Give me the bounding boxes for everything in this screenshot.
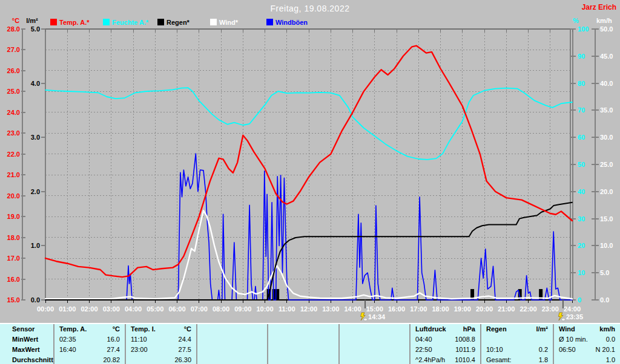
svg-text:24:00: 24:00	[564, 305, 581, 313]
svg-text:18:00: 18:00	[432, 305, 449, 313]
cell-value: 1.8	[512, 355, 548, 364]
cell-value	[345, 345, 404, 355]
svg-text:45.0: 45.0	[600, 53, 613, 60]
table-row-label: Durchschnitt	[12, 355, 53, 364]
weather-app-window: { "window": { "title": "Freitag, 19.08.2…	[0, 0, 620, 364]
cell-value	[486, 334, 548, 345]
svg-text:%: %	[573, 17, 579, 24]
svg-text:50: 50	[578, 161, 585, 168]
svg-text:07:00: 07:00	[191, 305, 208, 313]
svg-text:19.0: 19.0	[7, 213, 20, 220]
cell-value	[273, 345, 334, 355]
svg-text:2.0: 2.0	[31, 188, 40, 195]
sensor-name: Luftdruck	[415, 324, 446, 334]
sensor-unit	[345, 324, 404, 334]
table-row-label: MinWert	[12, 334, 38, 345]
sensor-name: Wind	[559, 324, 575, 334]
cell-value: 16.0	[76, 334, 120, 345]
cloud-dot-icon	[364, 318, 368, 320]
svg-text:40.0: 40.0	[600, 80, 613, 87]
svg-text:25.0: 25.0	[600, 161, 613, 168]
cell-value: 0.0	[588, 334, 615, 345]
svg-text:20.0: 20.0	[600, 188, 613, 195]
svg-text:24.0: 24.0	[7, 109, 20, 116]
cell-time: 06:50	[559, 345, 576, 355]
svg-text:09:00: 09:00	[234, 305, 251, 313]
cell-time: Gesamt:	[486, 355, 512, 364]
svg-text:21:00: 21:00	[498, 305, 515, 313]
svg-text:16.0: 16.0	[7, 276, 20, 283]
svg-text:19:00: 19:00	[454, 305, 471, 313]
sensor-name: Temp. I.	[131, 324, 156, 334]
svg-text:90: 90	[578, 53, 585, 60]
legend-label: Regen*	[167, 19, 190, 26]
cell-value	[202, 334, 262, 345]
cell-value	[345, 334, 404, 345]
table-row-label: MaxWert	[12, 345, 40, 355]
cell-time: 22:50	[415, 345, 432, 355]
svg-text:°C: °C	[12, 17, 19, 24]
cell-value: 26.30	[131, 355, 191, 364]
svg-text:1.0: 1.0	[31, 242, 40, 249]
svg-text:10.0: 10.0	[600, 242, 613, 249]
legend-item-humidity: Feuchte A.*	[103, 18, 148, 26]
cell-time: 02:35	[59, 334, 76, 345]
table-column-temp-a-: Temp. A.°C02:3516.016:4027.420.82	[53, 324, 125, 364]
legend-label: Temp. A.*	[59, 19, 90, 26]
svg-text:01:00: 01:00	[59, 305, 76, 313]
svg-text:0.0: 0.0	[600, 296, 609, 304]
svg-text:3.0: 3.0	[31, 134, 40, 141]
legend-item-rain: Regen*	[157, 18, 190, 26]
legend-label: Windböen	[275, 19, 308, 26]
svg-text:21.0: 21.0	[7, 171, 20, 178]
cell-time: ^2.4hPa/h	[415, 355, 445, 364]
wind-swatch-icon	[210, 19, 217, 25]
sensor-name: Regen	[486, 324, 507, 334]
cell-value: 27.5	[148, 345, 191, 355]
svg-text:05:00: 05:00	[147, 305, 163, 313]
svg-text:5.0: 5.0	[31, 25, 40, 33]
svg-text:14:34: 14:34	[368, 313, 386, 320]
svg-text:50.0: 50.0	[600, 25, 613, 33]
legend-item-gusts: Windböen	[266, 18, 308, 26]
cell-value: 27.4	[76, 345, 120, 355]
cell-value: 0.2	[503, 345, 548, 355]
time-axis-labels: 00:0001:0002:0003:0004:0005:0006:0007:00…	[37, 305, 581, 313]
series-temp-a-	[45, 46, 572, 278]
cell-value	[273, 334, 334, 345]
legend-item-temp: Temp. A.*	[50, 18, 90, 26]
table-column-empty-3	[267, 324, 338, 364]
chart-title: Freitag, 19.08.2022	[0, 4, 620, 13]
svg-text:15.0: 15.0	[7, 296, 20, 304]
cell-time: 23:00	[131, 345, 148, 355]
svg-text:25.0: 25.0	[7, 88, 20, 95]
svg-text:23:35: 23:35	[566, 313, 583, 320]
svg-text:15:00: 15:00	[366, 305, 383, 313]
svg-text:17.0: 17.0	[7, 255, 20, 262]
svg-text:l/m²: l/m²	[26, 17, 38, 24]
temp-axis: 15.016.017.018.019.020.021.022.023.024.0…	[7, 17, 25, 304]
svg-text:60: 60	[578, 134, 585, 141]
sensor-unit: hPa	[446, 324, 475, 334]
table-column-wind: Windkm/hØ 10 min.0.006:50N 20.11.0	[553, 324, 620, 364]
legend-label: Wind*	[219, 19, 238, 26]
svg-text:4.0: 4.0	[31, 80, 40, 87]
svg-text:03:00: 03:00	[103, 305, 120, 313]
sensor-unit: °C	[87, 324, 120, 334]
sensor-unit: °C	[156, 324, 191, 334]
cell-value: 24.4	[147, 334, 191, 345]
rain-swatch-icon	[157, 19, 164, 25]
cell-value: 20.82	[59, 355, 120, 364]
legend-item-wind: Wind*	[210, 18, 238, 26]
table-column-temp-i-: Temp. I.°C11:1024.423:0027.526.30	[125, 324, 196, 364]
svg-text:20: 20	[578, 242, 585, 249]
gusts-swatch-icon	[266, 19, 273, 25]
svg-text:18.0: 18.0	[7, 234, 20, 241]
svg-text:12:00: 12:00	[300, 305, 317, 313]
svg-text:10: 10	[578, 269, 585, 276]
svg-text:08:00: 08:00	[213, 305, 229, 313]
table-label-column: SensorMinWertMaxWertDurchschnitt	[0, 324, 53, 364]
svg-text:5.0: 5.0	[600, 269, 609, 276]
cloud-dot-icon	[561, 318, 565, 320]
svg-text:06:00: 06:00	[168, 305, 185, 313]
